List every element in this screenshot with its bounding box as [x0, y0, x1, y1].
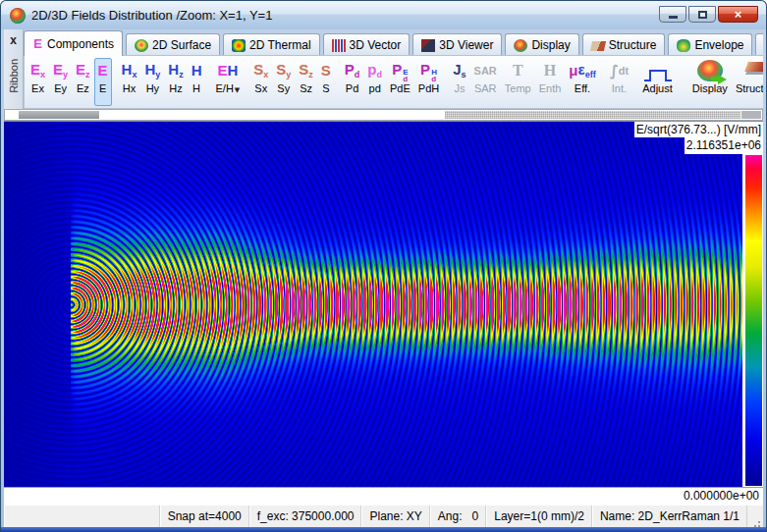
- tab-envelope[interactable]: Envelope: [668, 33, 752, 56]
- ribbon-button-sx[interactable]: SxSx: [249, 58, 272, 106]
- button-label: E: [99, 81, 106, 95]
- window-bottom-border: [1, 527, 766, 532]
- button-glyph: H: [544, 60, 556, 81]
- button-label: Pd: [346, 81, 358, 95]
- button-label: Structure: [736, 81, 763, 95]
- ribbon-button-s[interactable]: SS: [317, 58, 335, 106]
- dropdown-arrow-icon: ▼: [235, 83, 240, 97]
- button-label: Enth: [539, 81, 562, 95]
- button-label: Temp: [505, 81, 531, 95]
- button-label: H: [192, 81, 200, 95]
- tab-structure[interactable]: Structure: [582, 33, 666, 56]
- maximize-icon: [698, 11, 707, 19]
- ribbon-button-hx[interactable]: HxHx: [118, 58, 141, 106]
- close-icon: ×: [735, 7, 742, 22]
- ribbon-button-ey[interactable]: EyEy: [49, 58, 72, 106]
- components-icon: E: [32, 37, 43, 50]
- ribbon-button-js[interactable]: JsJs: [449, 58, 469, 106]
- ribbon-button-e-h[interactable]: EHE/H▼: [212, 58, 245, 106]
- tab-label: 3D Viewer: [439, 38, 493, 52]
- maximize-button[interactable]: [688, 6, 716, 23]
- status-bar: Snap at=4000f_exc: 375000.000Plane: XYAn…: [4, 505, 763, 527]
- field-distribution-canvas[interactable]: [4, 122, 742, 487]
- structure-tab-icon: [590, 41, 606, 51]
- tab-display[interactable]: Display: [505, 33, 578, 56]
- scale-min-value: 0.000000e+00: [4, 487, 763, 505]
- button-label: SAR: [474, 81, 497, 95]
- button-glyph: EH: [217, 60, 238, 81]
- ribbon-side-strip: x Ribbon: [4, 29, 24, 109]
- ribbon-button-eff[interactable]: μεeffEff.: [565, 58, 599, 106]
- status-field-plane: Plane: XY: [361, 505, 429, 527]
- slider-end-cap: [741, 111, 761, 119]
- status-field-name: Name: 2D_KerrRaman 1/1: [592, 505, 747, 527]
- tab-export[interactable]: Export: [755, 33, 763, 56]
- ribbon-button-e[interactable]: EE: [94, 58, 112, 106]
- button-label: Sx: [254, 81, 267, 95]
- pulse-icon: [649, 70, 667, 81]
- ribbon-button-display[interactable]: Display: [688, 58, 732, 106]
- button-label: Ex: [31, 81, 44, 95]
- button-label: PdH: [418, 81, 439, 95]
- button-glyph: pd: [367, 60, 382, 81]
- field-plot-area: E/sqrt(376.73...) [V/mm] 2.116351e+06: [4, 121, 763, 487]
- ribbon-group: ∫dtInt.: [606, 58, 633, 106]
- colorbar: [745, 155, 762, 486]
- ribbon-button-adjust[interactable]: Adjust: [638, 58, 677, 106]
- button-label: Hz: [169, 81, 182, 95]
- tab-3d-vector[interactable]: 3D Vector: [323, 33, 411, 56]
- tab-label: 2D Thermal: [249, 38, 310, 52]
- button-glyph: Js: [453, 60, 466, 81]
- tab-3d-viewer[interactable]: 3D Viewer: [412, 33, 502, 56]
- scale-label: E/sqrt(376.73...) [V/mm]: [634, 122, 763, 137]
- tab-2d-thermal[interactable]: 2D Thermal: [223, 33, 319, 56]
- app-window: 2D/3D Fields Distribution /Zoom: X=1, Y=…: [0, 0, 767, 532]
- resize-grip[interactable]: [747, 505, 763, 527]
- display-ribbon-icon: [697, 60, 723, 81]
- ribbon-button-hy[interactable]: HyHy: [140, 58, 164, 106]
- tab-2d-surface[interactable]: 2D Surface: [126, 33, 220, 56]
- button-label: Ez: [77, 81, 89, 95]
- minimize-button[interactable]: [659, 6, 686, 23]
- ribbon-button-pdh[interactable]: PHdPdH: [414, 58, 443, 106]
- button-glyph: PEd: [392, 60, 408, 81]
- ribbon-button-enth[interactable]: HEnth: [535, 58, 566, 106]
- button-label: pd: [369, 81, 381, 95]
- button-glyph: E: [98, 60, 108, 81]
- button-label: Hx: [123, 81, 136, 95]
- ribbon-group: JsJsSARSARTTempHEnthμεeffEff.: [449, 58, 599, 106]
- ribbon-button-ex[interactable]: ExEx: [27, 58, 49, 106]
- button-label: Js: [454, 81, 465, 95]
- ribbon-group: HxHxHyHyHzHzHH: [118, 58, 206, 106]
- button-label: E/H▼: [216, 81, 241, 95]
- tab-bar: EComponents2D Surface2D Thermal3D Vector…: [24, 29, 763, 56]
- close-button[interactable]: ×: [718, 6, 758, 23]
- ribbon-button-pd[interactable]: pdpd: [363, 58, 386, 106]
- slider-handle[interactable]: [19, 111, 99, 119]
- thermal-icon: [232, 39, 246, 52]
- ribbon-button-sy[interactable]: SySy: [272, 58, 295, 106]
- button-glyph: Ez: [76, 60, 90, 81]
- tab-components[interactable]: EComponents: [24, 30, 123, 56]
- ribbon-button-int[interactable]: ∫dtInt.: [606, 58, 633, 106]
- ribbon-button-pd[interactable]: PdPd: [341, 58, 364, 106]
- ribbon-button-pde[interactable]: PEdPdE: [386, 58, 414, 106]
- ribbon-group: DisplayStructure: [688, 58, 763, 106]
- button-glyph: Hz: [168, 60, 183, 81]
- ribbon-button-temp[interactable]: TTemp: [501, 58, 535, 106]
- ribbon-button-structure[interactable]: Structure: [732, 58, 763, 106]
- ribbon-group: SxSxSySySzSzSS: [249, 58, 335, 106]
- ribbon-button-h[interactable]: HH: [188, 58, 206, 106]
- button-glyph: [697, 60, 723, 81]
- ribbon-button-sar[interactable]: SARSAR: [470, 58, 501, 106]
- ribbon-close-button[interactable]: x: [10, 33, 17, 47]
- ribbon-button-ez[interactable]: EzEz: [72, 58, 94, 106]
- tab-label: Display: [531, 38, 570, 52]
- ribbon-button-sz[interactable]: SzSz: [295, 58, 317, 106]
- ribbon-vertical-label: Ribbon: [8, 59, 20, 93]
- button-glyph: μεeff: [569, 60, 595, 81]
- ribbon-button-hz[interactable]: HzHz: [164, 58, 187, 106]
- button-label: Hy: [146, 81, 159, 95]
- tab-label: Components: [47, 37, 114, 51]
- status-field-f-exc: f_exc: 375000.000: [249, 505, 362, 527]
